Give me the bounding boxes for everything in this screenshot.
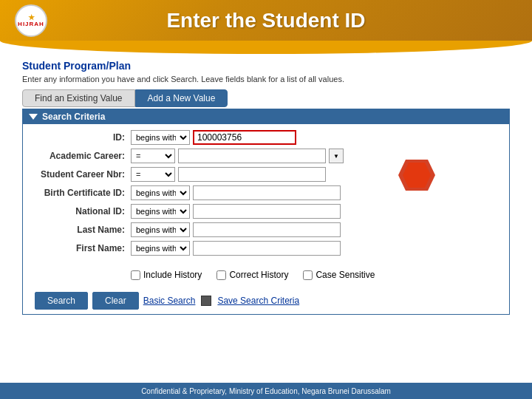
logo: ★ HIJRAH	[15, 4, 47, 37]
header-curve	[0, 41, 532, 54]
correct-history-label: Correct History	[229, 270, 288, 280]
input-id[interactable]	[193, 130, 296, 145]
search-criteria-box: Search Criteria ID: begins with = contai…	[22, 109, 510, 315]
page-footer: Confidential & Proprietary, Ministry of …	[0, 383, 532, 399]
logo-star: ★	[18, 13, 44, 21]
label-id: ID:	[35, 132, 131, 143]
search-button[interactable]: Search	[35, 292, 88, 310]
controls-academic-career: = begins with contains ▼	[131, 149, 497, 163]
label-academic-career: Academic Career:	[35, 151, 131, 161]
search-criteria-header: Search Criteria	[23, 109, 509, 124]
svg-marker-1	[403, 163, 431, 188]
checkboxes-row: Include History Correct History Case Sen…	[23, 265, 509, 284]
tab-find-existing[interactable]: Find an Existing Value	[22, 89, 135, 107]
controls-last-name: begins with = contains ends with	[131, 222, 497, 237]
input-national-id[interactable]	[193, 204, 341, 219]
button-row: Search Clear Basic Search Save Search Cr…	[23, 284, 509, 314]
field-row-last-name: Last Name: begins with = contains ends w…	[35, 222, 497, 237]
save-icon	[201, 296, 211, 306]
operator-academic-career[interactable]: = begins with contains	[131, 149, 175, 163]
operator-id[interactable]: begins with = contains ends with	[131, 130, 190, 145]
field-row-first-name: First Name: begins with = contains ends …	[35, 241, 497, 256]
label-birth-cert: Birth Certificate ID:	[35, 188, 131, 198]
label-last-name: Last Name:	[35, 225, 131, 235]
section-title: Student Program/Plan	[22, 60, 510, 72]
basic-search-button[interactable]: Basic Search	[143, 296, 196, 306]
label-first-name: First Name:	[35, 243, 131, 253]
operator-last-name[interactable]: begins with = contains ends with	[131, 222, 190, 237]
search-fields: ID: begins with = contains ends with Aca…	[23, 124, 509, 265]
collapse-icon[interactable]	[29, 114, 38, 120]
input-last-name[interactable]	[193, 222, 341, 237]
case-sensitive-checkbox[interactable]	[303, 270, 313, 280]
controls-first-name: begins with = contains ends with	[131, 241, 497, 256]
page-instructions: Enter any information you have and click…	[22, 75, 510, 83]
main-content: Student Program/Plan Enter any informati…	[0, 54, 532, 315]
page-header: ★ HIJRAH Enter the Student ID	[0, 0, 532, 41]
operator-national-id[interactable]: begins with = contains ends with	[131, 204, 190, 219]
logo-area: ★ HIJRAH	[15, 4, 47, 37]
correct-history-checkbox[interactable]	[216, 270, 226, 280]
include-history-label: Include History	[143, 270, 202, 280]
case-sensitive-label: Case Sensitive	[316, 270, 375, 280]
save-search-button[interactable]: Save Search Criteria	[217, 296, 299, 306]
input-first-name[interactable]	[193, 241, 341, 256]
controls-national-id: begins with = contains ends with	[131, 204, 497, 219]
field-row-id: ID: begins with = contains ends with	[35, 130, 497, 145]
checkbox-item-include-history: Include History	[131, 270, 202, 280]
include-history-checkbox[interactable]	[131, 270, 140, 280]
input-birth-cert[interactable]	[193, 185, 341, 200]
arrow-indicator	[398, 160, 435, 193]
input-academic-career[interactable]	[178, 149, 326, 163]
red-arrow-icon	[398, 160, 435, 191]
operator-first-name[interactable]: begins with = contains ends with	[131, 241, 190, 256]
checkbox-item-case-sensitive: Case Sensitive	[303, 270, 375, 280]
footer-text: Confidential & Proprietary, Ministry of …	[141, 387, 391, 395]
checkbox-item-correct-history: Correct History	[216, 270, 288, 280]
label-student-career-nbr: Student Career Nbr:	[35, 169, 131, 180]
label-national-id: National ID:	[35, 206, 131, 216]
tabs-row: Find an Existing Value Add a New Value	[22, 89, 510, 107]
controls-birth-cert: begins with = contains ends with	[131, 185, 497, 200]
clear-button[interactable]: Clear	[92, 292, 139, 310]
search-criteria-label: Search Criteria	[42, 112, 105, 122]
dropdown-academic-career[interactable]: ▼	[329, 149, 344, 163]
tab-add-new[interactable]: Add a New Value	[135, 89, 228, 107]
field-row-national-id: National ID: begins with = contains ends…	[35, 204, 497, 219]
controls-student-career-nbr: = begins with contains	[131, 167, 497, 182]
page-title: Enter the Student ID	[47, 9, 517, 33]
logo-text: HIJRAH	[18, 21, 44, 28]
input-student-career-nbr[interactable]	[178, 167, 326, 182]
controls-id: begins with = contains ends with	[131, 130, 497, 145]
operator-birth-cert[interactable]: begins with = contains ends with	[131, 185, 190, 200]
operator-student-career-nbr[interactable]: = begins with contains	[131, 167, 175, 182]
